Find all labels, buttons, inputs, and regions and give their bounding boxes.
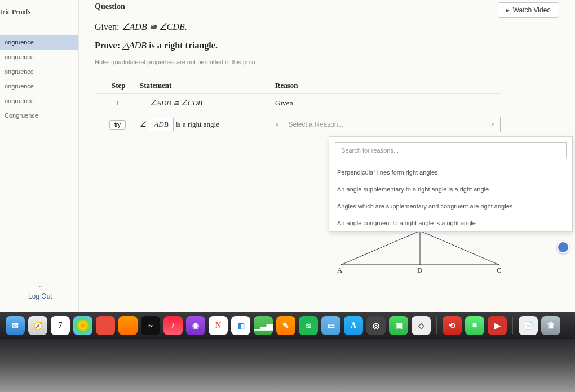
reason-placeholder: Select a Reason... bbox=[288, 121, 343, 128]
statement-suffix: is a right angle bbox=[176, 120, 219, 129]
dock-safari-icon[interactable]: 🧭 bbox=[28, 316, 47, 335]
dock-app2-icon[interactable] bbox=[118, 316, 138, 335]
watch-video-label: Watch Video bbox=[513, 6, 551, 14]
dock-app6-icon[interactable]: ▣ bbox=[389, 316, 408, 335]
sidebar-title: tric Proofs bbox=[0, 6, 78, 24]
clear-icon[interactable]: × bbox=[275, 121, 278, 128]
vertex-a: A bbox=[337, 266, 342, 275]
dock-doc-icon[interactable]: 📄 bbox=[519, 316, 538, 335]
sidebar-item-congruence-5[interactable]: Congruence bbox=[0, 108, 78, 123]
note-text: Note: quadrilateral properties are not p… bbox=[95, 59, 559, 65]
help-bubble-icon[interactable] bbox=[557, 241, 569, 253]
svg-line-1 bbox=[420, 231, 499, 265]
reason-option[interactable]: Perpendicular lines form right angles bbox=[329, 164, 572, 181]
angle-symbol: ∠ bbox=[140, 120, 147, 129]
desk-surface bbox=[0, 339, 575, 392]
dock-app3-icon[interactable]: ◧ bbox=[231, 316, 250, 335]
divider bbox=[0, 29, 75, 29]
header-reason: Reason bbox=[275, 81, 501, 90]
sidebar-item-congruence-1[interactable]: ongruence bbox=[0, 50, 78, 64]
chevron-down-icon[interactable]: ⌄ bbox=[28, 282, 52, 289]
dock-appstore-icon[interactable]: A bbox=[344, 316, 363, 335]
prove-prefix: Prove: bbox=[95, 41, 122, 50]
triangle-figure: A D C bbox=[335, 231, 505, 278]
dock-appletv-icon[interactable]: tv bbox=[141, 316, 160, 335]
given-prefix: Given: bbox=[95, 22, 122, 32]
sidebar-item-congruence-2[interactable]: ongruence bbox=[0, 64, 78, 79]
statement-1: ∠ADB ≅ ∠CDB bbox=[150, 99, 202, 108]
angle-input[interactable]: ADB bbox=[149, 118, 174, 131]
vertex-c: C bbox=[497, 266, 502, 275]
given-math: ∠ADB ≅ ∠CDB. bbox=[122, 22, 187, 32]
main-content: Question ▸ Watch Video Given: ∠ADB ≅ ∠CD… bbox=[79, 0, 575, 332]
question-label: Question bbox=[95, 2, 125, 11]
watch-video-button[interactable]: ▸ Watch Video bbox=[498, 2, 559, 18]
dock-trash-icon[interactable]: 🗑 bbox=[541, 316, 560, 335]
reason-option[interactable]: An angle supplementary to a right angle … bbox=[329, 181, 572, 198]
dock-numbers-icon[interactable]: ▁▃▅ bbox=[254, 316, 273, 335]
sidebar-item-congruence-0[interactable]: ongruence bbox=[0, 35, 78, 50]
reason-option[interactable]: An angle congruent to a right angle is a… bbox=[329, 215, 572, 231]
chevron-down-icon: ▾ bbox=[492, 122, 494, 127]
sidebar-item-congruence-3[interactable]: ongruence bbox=[0, 79, 78, 93]
dock-photos-icon[interactable] bbox=[73, 316, 92, 335]
reason-dropdown: Search for reasons... Perpendicular line… bbox=[329, 136, 573, 232]
prove-math: △ADB bbox=[122, 41, 147, 50]
dock-news-icon[interactable]: N bbox=[209, 316, 228, 335]
dock-app5-icon[interactable]: ◎ bbox=[366, 316, 386, 335]
logout-area: ⌄ Log Out bbox=[28, 282, 52, 300]
reason-1: Given bbox=[275, 99, 501, 108]
vertex-d: D bbox=[417, 266, 422, 275]
prove-statement: Prove: △ADB is a right triangle. bbox=[95, 40, 559, 51]
dock-calendar-icon[interactable]: 7 bbox=[51, 316, 70, 335]
dock-app1-icon[interactable] bbox=[96, 316, 115, 335]
logout-link[interactable]: Log Out bbox=[28, 292, 52, 300]
reason-select[interactable]: Select a Reason... ▾ bbox=[282, 117, 501, 132]
proof-table: Step Statement Reason 1 ∠ADB ≅ ∠CDB Give… bbox=[95, 78, 501, 137]
reason-option[interactable]: Angles which are supplementary and congr… bbox=[329, 198, 572, 215]
dock-app7-icon[interactable]: ▶ bbox=[488, 316, 507, 335]
try-button[interactable]: try bbox=[109, 120, 126, 130]
reason-search-input[interactable]: Search for reasons... bbox=[335, 142, 567, 158]
dock-roblox-icon[interactable]: ◇ bbox=[412, 316, 431, 335]
dock-pages-icon[interactable]: ✎ bbox=[276, 316, 295, 335]
header-statement: Statement bbox=[140, 81, 275, 90]
dock-adobe-icon[interactable]: ⟲ bbox=[443, 316, 462, 335]
dock-podcasts-icon[interactable]: ◉ bbox=[186, 316, 205, 335]
svg-line-0 bbox=[341, 231, 420, 265]
play-icon: ▸ bbox=[506, 6, 510, 14]
dock-mail-icon[interactable]: ✉ bbox=[6, 316, 25, 335]
dock-facetime-icon[interactable]: ■ bbox=[465, 316, 484, 335]
step-number-1: 1 bbox=[95, 100, 140, 106]
header-step: Step bbox=[95, 81, 140, 90]
macos-dock: ✉🧭7tv♪◉N◧▁▃▅✎≋▭A◎▣◇⟲■▶📄🗑 bbox=[0, 312, 575, 339]
dock-spotify-icon[interactable]: ≋ bbox=[299, 316, 318, 335]
given-statement: Given: ∠ADB ≅ ∠CDB. bbox=[95, 21, 559, 32]
sidebar-item-congruence-4[interactable]: ongruence bbox=[0, 93, 78, 108]
dock-music-icon[interactable]: ♪ bbox=[163, 316, 183, 335]
prove-suffix: is a right triangle. bbox=[149, 41, 218, 50]
dock-app4-icon[interactable]: ▭ bbox=[321, 316, 340, 335]
